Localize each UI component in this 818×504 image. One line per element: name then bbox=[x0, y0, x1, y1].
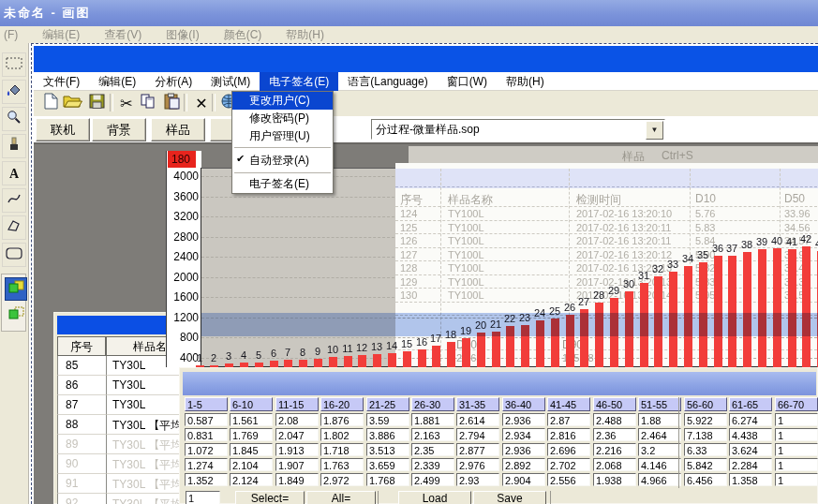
bottom-cell-r4-c7[interactable]: 2.904 bbox=[502, 473, 545, 486]
bottom-cell-r0-c5[interactable]: 1.881 bbox=[411, 413, 454, 426]
app-menu-item-7[interactable]: 帮助(H) bbox=[497, 72, 554, 91]
bottom-cell-r2-c12[interactable]: 3.624 bbox=[729, 443, 772, 456]
bottom-count-input[interactable]: 1 bbox=[186, 491, 220, 504]
bottom-cell-r4-c13[interactable]: 1 bbox=[775, 473, 818, 486]
bottom-cell-r4-c8[interactable]: 2.556 bbox=[547, 473, 590, 486]
dropdown-item-修改密码(P)[interactable]: 修改密码(P) bbox=[232, 110, 333, 127]
toolbar-copy-button[interactable] bbox=[137, 93, 159, 113]
toolbar-cut-button[interactable]: ✂ bbox=[115, 93, 138, 113]
bottom-cell-r1-c11[interactable]: 7.138 bbox=[684, 428, 727, 441]
dropdown-item-电子签名(E)[interactable]: 电子签名(E) bbox=[232, 175, 333, 193]
bottom-cell-r3-c10[interactable]: 4.146 bbox=[638, 458, 681, 471]
dropdown-item-更改用户(C)[interactable]: 更改用户(C) bbox=[232, 92, 333, 110]
bottom-cell-r2-c5[interactable]: 2.35 bbox=[411, 443, 454, 456]
toolbar-delete-button[interactable]: ✕ bbox=[190, 93, 213, 113]
bottom-cell-r1-c7[interactable]: 2.934 bbox=[502, 428, 545, 441]
toolbar-save-button[interactable] bbox=[85, 93, 108, 113]
bottom-cell-r0-c4[interactable]: 3.59 bbox=[366, 413, 409, 426]
app-menu-item-1[interactable]: 编辑(E) bbox=[89, 72, 145, 91]
bottom-cell-r0-c7[interactable]: 2.936 bbox=[502, 413, 545, 426]
bottom-cell-r3-c12[interactable]: 2.284 bbox=[729, 458, 772, 471]
bottom-cell-r2-c3[interactable]: 1.718 bbox=[320, 443, 364, 456]
bottom-cell-r1-c2[interactable]: 2.047 bbox=[275, 428, 319, 441]
app-menu-item-0[interactable]: 文件(F) bbox=[34, 72, 89, 91]
quick-button-样品[interactable]: 样品 bbox=[151, 118, 205, 141]
bottom-cell-r3-c4[interactable]: 3.659 bbox=[366, 458, 409, 471]
bottom-cell-r0-c8[interactable]: 2.87 bbox=[547, 413, 590, 426]
toolbar-open-button[interactable] bbox=[61, 93, 83, 113]
bottom-cell-r3-c5[interactable]: 2.339 bbox=[411, 458, 454, 471]
bottom-cell-r2-c7[interactable]: 2.936 bbox=[502, 443, 545, 456]
app-menu-item-3[interactable]: 测试(M) bbox=[201, 72, 260, 91]
left-row-87-num[interactable]: 87 bbox=[57, 395, 106, 415]
bottom-cell-r3-c3[interactable]: 1.763 bbox=[320, 458, 364, 471]
bottom-cell-r3-c9[interactable]: 2.068 bbox=[593, 458, 636, 471]
bottom-cell-r2-c11[interactable]: 6.33 bbox=[684, 443, 727, 456]
bottom-cell-r4-c0[interactable]: 1.352 bbox=[185, 473, 228, 486]
bottom-cell-r2-c13[interactable]: 1 bbox=[775, 443, 818, 456]
app-menu-item-6[interactable]: 窗口(W) bbox=[438, 72, 497, 91]
bottom-cell-r2-c9[interactable]: 2.216 bbox=[593, 443, 636, 456]
bottom-cell-r4-c10[interactable]: 4.966 bbox=[638, 473, 681, 486]
bottom-cell-r3-c6[interactable]: 2.976 bbox=[456, 458, 499, 471]
bottom-cell-r2-c6[interactable]: 2.877 bbox=[456, 443, 499, 456]
bottom-button-Load[interactable]: Load bbox=[398, 491, 471, 504]
bottom-cell-r2-c0[interactable]: 1.072 bbox=[185, 443, 228, 456]
bottom-cell-r1-c10[interactable]: 2.464 bbox=[638, 428, 681, 441]
combo-dropdown-arrow[interactable]: ▼ bbox=[646, 121, 663, 140]
bottom-cell-r2-c1[interactable]: 1.845 bbox=[230, 443, 273, 456]
bottom-cell-r4-c9[interactable]: 1.938 bbox=[593, 473, 636, 486]
bottom-cell-r3-c8[interactable]: 2.702 bbox=[547, 458, 590, 471]
bottom-cell-r0-c10[interactable]: 1.88 bbox=[638, 413, 681, 426]
bottom-window-titlebar[interactable] bbox=[183, 372, 816, 395]
bottom-cell-r0-c6[interactable]: 2.614 bbox=[456, 413, 499, 426]
bottom-cell-r0-c0[interactable]: 0.587 bbox=[185, 413, 228, 426]
bottom-cell-r2-c2[interactable]: 1.913 bbox=[275, 443, 319, 456]
bottom-button-All[interactable]: All= bbox=[306, 491, 376, 504]
bottom-cell-r2-c4[interactable]: 3.513 bbox=[366, 443, 409, 456]
left-row-88-num[interactable]: 88 bbox=[57, 415, 106, 435]
bottom-cell-r4-c11[interactable]: 6.456 bbox=[684, 473, 727, 486]
bottom-cell-r3-c2[interactable]: 1.907 bbox=[275, 458, 319, 471]
app-titlebar[interactable] bbox=[34, 46, 818, 72]
sop-combobox[interactable]: 分过程-微量样品.sop▼ bbox=[371, 119, 665, 140]
left-row-86-num[interactable]: 86 bbox=[57, 376, 106, 395]
bottom-cell-r4-c5[interactable]: 2.499 bbox=[411, 473, 454, 486]
dropdown-item-自动登录(A)[interactable]: 自动登录(A)✔ bbox=[232, 150, 333, 170]
bottom-cell-r1-c9[interactable]: 2.36 bbox=[593, 428, 636, 441]
bottom-cell-r1-c12[interactable]: 4.438 bbox=[729, 428, 772, 441]
bottom-cell-r3-c1[interactable]: 2.104 bbox=[230, 458, 273, 471]
left-row-85-num[interactable]: 85 bbox=[57, 356, 106, 376]
bottom-cell-r1-c3[interactable]: 1.802 bbox=[320, 428, 364, 441]
bottom-cell-r4-c12[interactable]: 1.358 bbox=[729, 473, 772, 486]
toolbar-paste-button[interactable] bbox=[160, 93, 183, 113]
bottom-cell-r1-c4[interactable]: 3.886 bbox=[366, 428, 409, 441]
bottom-cell-r0-c9[interactable]: 2.488 bbox=[593, 413, 636, 426]
bottom-cell-r0-c11[interactable]: 5.922 bbox=[684, 413, 727, 426]
bottom-cell-r1-c8[interactable]: 2.816 bbox=[547, 428, 590, 441]
app-menu-item-2[interactable]: 分析(A) bbox=[145, 72, 201, 91]
bottom-cell-r4-c2[interactable]: 1.849 bbox=[275, 473, 319, 486]
toolbar-new-button[interactable] bbox=[39, 93, 62, 113]
bottom-cell-r3-c7[interactable]: 2.892 bbox=[502, 458, 545, 471]
bottom-cell-r0-c1[interactable]: 1.561 bbox=[230, 413, 273, 426]
dropdown-item-用户管理(U)[interactable]: 用户管理(U) bbox=[232, 127, 333, 145]
bottom-cell-r0-c2[interactable]: 2.08 bbox=[275, 413, 319, 426]
bottom-cell-r1-c1[interactable]: 1.769 bbox=[230, 428, 273, 441]
bottom-cell-r0-c12[interactable]: 6.274 bbox=[729, 413, 772, 426]
bottom-cell-r0-c13[interactable]: 1 bbox=[775, 413, 818, 426]
bottom-cell-r2-c8[interactable]: 2.696 bbox=[547, 443, 590, 456]
bottom-cell-r4-c4[interactable]: 1.768 bbox=[366, 473, 409, 486]
bottom-cell-r4-c3[interactable]: 2.972 bbox=[320, 473, 364, 486]
app-menu-item-5[interactable]: 语言(Language) bbox=[338, 72, 437, 91]
bottom-button-Select[interactable]: Select= bbox=[235, 491, 305, 504]
bottom-cell-r4-c1[interactable]: 2.124 bbox=[230, 473, 273, 486]
bottom-cell-r1-c6[interactable]: 2.794 bbox=[456, 428, 499, 441]
bottom-cell-r3-c0[interactable]: 1.274 bbox=[185, 458, 228, 471]
bottom-cell-r1-c0[interactable]: 0.831 bbox=[185, 428, 228, 441]
quick-button-联机[interactable]: 联机 bbox=[36, 118, 90, 141]
bottom-cell-r2-c10[interactable]: 3.2 bbox=[638, 443, 681, 456]
bottom-cell-r0-c3[interactable]: 1.876 bbox=[320, 413, 364, 426]
app-menu-item-4[interactable]: 电子签名(E) bbox=[260, 72, 338, 91]
bottom-button-Save[interactable]: Save bbox=[473, 491, 546, 504]
